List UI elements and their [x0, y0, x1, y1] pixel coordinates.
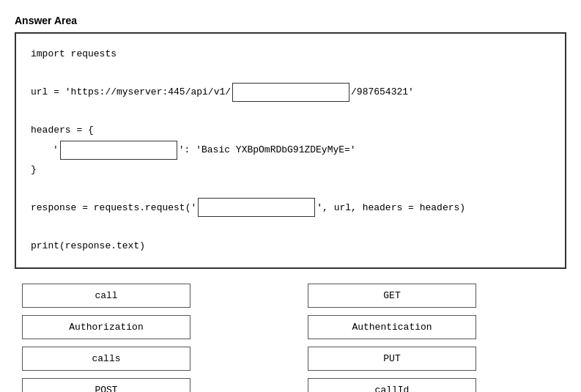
code-line-headers-close: } — [31, 161, 550, 178]
option-calls[interactable]: calls — [22, 347, 190, 371]
code-line-blank2 — [31, 103, 550, 120]
header-quote-open: ' — [53, 141, 59, 158]
url-drop-slot[interactable] — [232, 83, 349, 102]
header-value: ': 'Basic YXBpOmRDbG91ZDEyMyE=' — [179, 141, 356, 158]
code-line-response: response = requests.request(' ', url, he… — [31, 198, 550, 217]
print-statement: print(response.text) — [31, 237, 145, 254]
code-line-blank1 — [31, 64, 550, 81]
headers-open: headers = { — [31, 122, 94, 138]
option-authentication[interactable]: Authentication — [308, 315, 476, 339]
option-call[interactable]: call — [22, 284, 190, 308]
code-line-url: url = 'https://myserver:445/api/v1/ /987… — [31, 83, 550, 102]
code-line-headers-open: headers = { — [31, 122, 550, 138]
response-prefix: response = requests.request(' — [31, 199, 196, 216]
option-get[interactable]: GET — [308, 284, 476, 308]
options-grid: call GET Authorization Authentication ca… — [22, 284, 566, 392]
url-suffix: /987654321' — [351, 84, 414, 100]
code-box: import requests url = 'https://myserver:… — [15, 32, 566, 269]
option-callid[interactable]: callId — [308, 378, 476, 392]
option-authorization[interactable]: Authorization — [22, 315, 190, 339]
import-statement: import requests — [31, 45, 116, 62]
option-put[interactable]: PUT — [308, 347, 476, 371]
response-suffix: ', url, headers = headers) — [317, 199, 465, 216]
code-line-blank3 — [31, 180, 550, 196]
header-key-drop-slot[interactable] — [60, 141, 177, 160]
code-line-header-key: ' ': 'Basic YXBpOmRDbG91ZDEyMyE=' — [31, 141, 550, 160]
code-line-print: print(response.text) — [31, 237, 550, 254]
code-line-blank4 — [31, 218, 550, 235]
method-drop-slot[interactable] — [198, 198, 315, 217]
headers-close: } — [31, 161, 37, 178]
code-line-1: import requests — [31, 45, 550, 62]
option-post[interactable]: POST — [22, 378, 190, 392]
answer-area-label: Answer Area — [15, 15, 566, 26]
url-prefix: url = 'https://myserver:445/api/v1/ — [31, 84, 231, 100]
